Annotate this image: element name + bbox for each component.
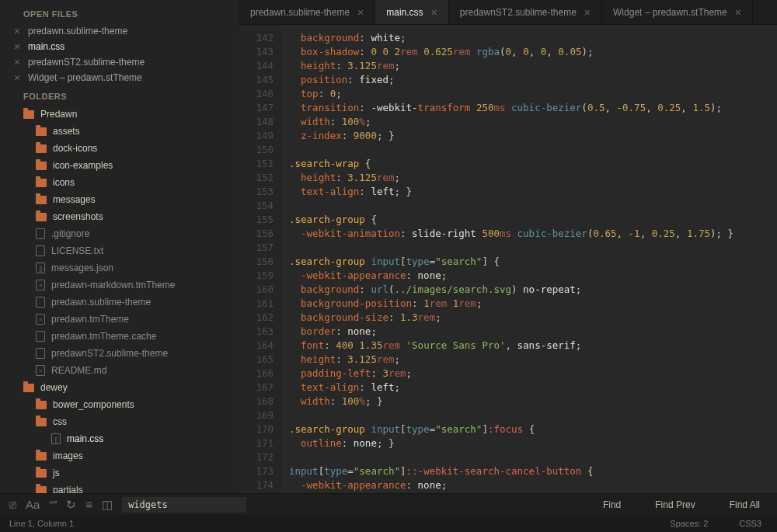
folder-item[interactable]: Predawn xyxy=(0,106,239,123)
file-icon xyxy=(36,280,45,290)
open-file-label: Widget – predawn.stTheme xyxy=(28,72,142,83)
syntax-button[interactable]: CSS3 xyxy=(723,519,777,528)
file-label: main.css xyxy=(67,433,103,444)
file-label: predawn.sublime-theme xyxy=(51,297,151,308)
tab[interactable]: predawn.sublime-theme× xyxy=(239,0,375,24)
folder-icon xyxy=(36,401,47,409)
find-prev-button[interactable]: Find Prev xyxy=(638,494,712,516)
tab[interactable]: predawnST2.sublime-theme× xyxy=(449,0,602,24)
file-icon xyxy=(36,245,45,256)
indentation-button[interactable]: Spaces: 2 xyxy=(654,519,723,528)
folder-icon xyxy=(36,213,47,221)
highlight-icon[interactable]: ◫ xyxy=(102,498,113,512)
find-panel: ⎚ Aa “” ↻ ≡ ◫ Find Find Prev Find All xyxy=(0,493,777,515)
folder-item[interactable]: partials xyxy=(0,482,239,493)
code-content[interactable]: background: white; box-shadow: 0 0 2rem … xyxy=(281,25,777,493)
folder-icon xyxy=(36,179,47,187)
folder-icon xyxy=(23,110,34,119)
file-icon xyxy=(36,263,45,273)
gutter: 142 143 144 145 146 147 148 149 150 151 … xyxy=(239,25,281,493)
open-file-item[interactable]: ×Widget – predawn.stTheme xyxy=(0,70,239,85)
folder-item[interactable]: screenshots xyxy=(0,208,239,225)
folder-label: js xyxy=(53,468,60,478)
file-label: predawn.tmTheme xyxy=(51,314,129,325)
folder-item[interactable]: assets xyxy=(0,123,239,140)
folder-label: partials xyxy=(53,485,83,493)
tab[interactable]: Widget – predawn.stTheme× xyxy=(602,0,753,24)
code-area[interactable]: 142 143 144 145 146 147 148 149 150 151 … xyxy=(239,25,777,493)
folder-icon xyxy=(36,196,47,204)
close-icon[interactable]: × xyxy=(431,6,437,19)
close-icon[interactable]: × xyxy=(14,26,22,36)
file-item[interactable]: README.md xyxy=(0,362,239,379)
folders-heading: FOLDERS xyxy=(0,85,239,106)
folder-icon xyxy=(36,486,47,494)
file-label: predawnST2.sublime-theme xyxy=(51,348,168,359)
open-file-item[interactable]: ×predawn.sublime-theme xyxy=(0,23,239,39)
close-icon[interactable]: × xyxy=(584,6,591,19)
folder-icon xyxy=(36,452,47,461)
tab-label: Widget – predawn.stTheme xyxy=(613,7,727,18)
folder-label: bower_components xyxy=(53,399,134,410)
file-item[interactable]: predawnST2.sublime-theme xyxy=(0,345,239,362)
file-item[interactable]: main.css xyxy=(0,430,239,447)
folder-label: images xyxy=(53,450,83,461)
tab-label: predawn.sublime-theme xyxy=(250,7,350,18)
file-item[interactable]: predawn-markdown.tmTheme xyxy=(0,276,239,294)
open-file-item[interactable]: ×predawnST2.sublime-theme xyxy=(0,54,239,70)
close-icon[interactable]: × xyxy=(14,57,22,67)
folder-label: dock-icons xyxy=(53,143,97,154)
whole-word-icon[interactable]: “” xyxy=(49,498,57,511)
file-icon xyxy=(36,348,45,359)
file-icon xyxy=(36,228,45,239)
wrap-icon[interactable]: ↻ xyxy=(66,498,76,512)
close-icon[interactable]: × xyxy=(14,73,22,82)
folder-item[interactable]: icons xyxy=(0,174,239,191)
folder-item[interactable]: messages xyxy=(0,191,239,208)
open-file-item[interactable]: ×main.css xyxy=(0,39,239,54)
tab[interactable]: main.css× xyxy=(375,0,449,24)
file-icon xyxy=(36,297,45,308)
file-item[interactable]: .gitignore xyxy=(0,225,239,242)
close-icon[interactable]: × xyxy=(735,6,741,19)
file-item[interactable]: LICENSE.txt xyxy=(0,242,239,259)
find-options: ⎚ Aa “” ↻ ≡ ◫ xyxy=(0,498,122,512)
folder-item[interactable]: css xyxy=(0,413,239,430)
file-label: README.md xyxy=(51,365,106,376)
find-button[interactable]: Find xyxy=(586,494,638,516)
folder-icon xyxy=(23,384,34,392)
folder-item[interactable]: images xyxy=(0,447,239,464)
file-icon xyxy=(36,365,45,376)
folder-icon xyxy=(36,127,47,136)
file-label: .gitignore xyxy=(51,228,89,239)
tab-label: predawnST2.sublime-theme xyxy=(460,7,577,18)
folder-item[interactable]: icon-examples xyxy=(0,157,239,174)
close-icon[interactable]: × xyxy=(14,42,22,51)
file-item[interactable]: messages.json xyxy=(0,259,239,276)
file-item[interactable]: predawn.sublime-theme xyxy=(0,294,239,311)
statusbar: Line 1, Column 1 Spaces: 2 CSS3 xyxy=(0,515,777,532)
open-file-label: main.css xyxy=(28,41,64,52)
editor: predawn.sublime-theme×main.css×predawnST… xyxy=(239,0,777,493)
file-label: predawn.tmTheme.cache xyxy=(51,331,156,342)
folder-label: screenshots xyxy=(53,211,103,222)
file-item[interactable]: predawn.tmTheme.cache xyxy=(0,328,239,345)
find-input[interactable] xyxy=(122,497,246,513)
find-all-button[interactable]: Find All xyxy=(713,494,777,516)
tabbar: predawn.sublime-theme×main.css×predawnST… xyxy=(239,0,777,25)
file-item[interactable]: predawn.tmTheme xyxy=(0,311,239,328)
folder-icon xyxy=(36,144,47,153)
regex-icon[interactable]: ⎚ xyxy=(9,498,16,511)
folder-icon xyxy=(36,418,47,426)
folder-label: messages xyxy=(53,194,96,205)
folder-item[interactable]: dewey xyxy=(0,379,239,396)
close-icon[interactable]: × xyxy=(357,6,364,19)
folder-label: assets xyxy=(53,126,80,137)
folder-item[interactable]: js xyxy=(0,464,239,482)
folder-item[interactable]: bower_components xyxy=(0,396,239,413)
case-sensitive-icon[interactable]: Aa xyxy=(26,498,40,511)
folder-item[interactable]: dock-icons xyxy=(0,140,239,157)
in-selection-icon[interactable]: ≡ xyxy=(85,498,92,511)
folder-icon xyxy=(36,162,47,170)
file-label: LICENSE.txt xyxy=(51,245,103,256)
